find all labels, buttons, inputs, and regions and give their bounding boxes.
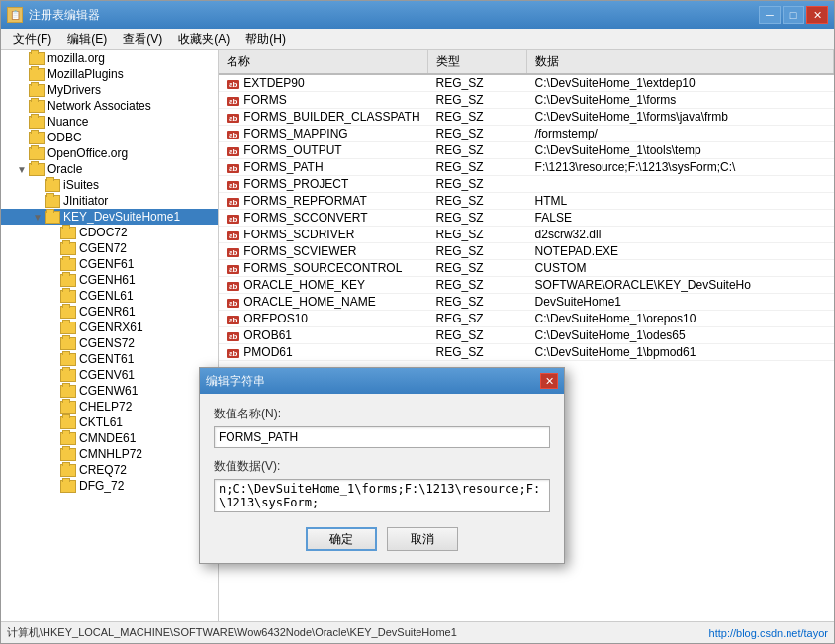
table-row[interactable]: abPMOD61 REG_SZ C:\DevSuiteHome_1\bpmod6… xyxy=(219,344,834,361)
cell-type: REG_SZ xyxy=(428,109,527,126)
content-area: mozilla.org MozillaPlugins MyDrivers Net… xyxy=(1,50,834,621)
tree-item[interactable]: CGEN72 xyxy=(1,240,218,256)
status-path: 计算机\HKEY_LOCAL_MACHINE\SOFTWARE\Wow6432N… xyxy=(7,625,457,640)
folder-icon xyxy=(29,116,45,129)
table-row[interactable]: abFORMS_REPFORMAT REG_SZ HTML xyxy=(219,193,834,210)
field-data-input[interactable]: n;C:\DevSuiteHome_1\forms;F:\1213\resour… xyxy=(214,479,550,512)
tree-item[interactable]: Nuance xyxy=(1,114,218,130)
tree-item[interactable]: OpenOffice.org xyxy=(1,145,218,161)
tree-item[interactable]: CGENF61 xyxy=(1,256,218,272)
tree-item[interactable]: ODBC xyxy=(1,130,218,145)
tree-item[interactable]: MyDrivers xyxy=(1,82,218,98)
cell-data: F:\1213\resource;F:\1213\sysForm;C:\ xyxy=(527,159,834,176)
ab-icon: ab xyxy=(227,265,239,274)
table-row[interactable]: abFORMS_SCCONVERT REG_SZ FALSE xyxy=(219,210,834,227)
cell-type: REG_SZ xyxy=(428,227,527,243)
cell-type: REG_SZ xyxy=(428,260,527,277)
tree-item[interactable]: CDOC72 xyxy=(1,225,218,240)
tree-item[interactable]: CREQ72 xyxy=(1,462,218,478)
dialog-title-bar: 编辑字符串 ✕ xyxy=(200,368,564,394)
table-row[interactable]: abORACLE_HOME_NAME REG_SZ DevSuiteHome1 xyxy=(219,294,834,311)
cell-type: REG_SZ xyxy=(428,344,527,361)
tree-item[interactable]: CGENH61 xyxy=(1,272,218,288)
tree-item[interactable]: MozillaPlugins xyxy=(1,66,218,82)
edit-string-dialog[interactable]: 编辑字符串 ✕ 数值名称(N): 数值数据(V): n;C:\DevSuiteH… xyxy=(199,367,565,564)
tree-item[interactable]: ▼KEY_DevSuiteHome1 xyxy=(1,209,218,225)
collapse-icon[interactable]: ▼ xyxy=(33,212,45,223)
tree-item[interactable]: CGENT61 xyxy=(1,351,218,367)
tree-item[interactable]: CGENRX61 xyxy=(1,320,218,335)
table-row[interactable]: abFORMS_MAPPING REG_SZ /formstemp/ xyxy=(219,126,834,142)
cancel-button[interactable]: 取消 xyxy=(387,527,458,551)
tree-item[interactable]: JInitiator xyxy=(1,193,218,209)
tree-item-label: Nuance xyxy=(47,115,88,129)
cell-data: FALSE xyxy=(527,210,834,227)
tree-item[interactable]: CGENL61 xyxy=(1,288,218,304)
cell-type: REG_SZ xyxy=(428,243,527,260)
tree-item[interactable]: Network Associates xyxy=(1,98,218,114)
table-row[interactable]: abFORMS_OUTPUT REG_SZ C:\DevSuiteHome_1\… xyxy=(219,142,834,159)
col-data-header[interactable]: 数据 xyxy=(527,50,834,74)
tree-item-label: OpenOffice.org xyxy=(47,146,128,160)
menu-help[interactable]: 帮助(H) xyxy=(237,29,294,49)
tree-item[interactable]: ▼Oracle xyxy=(1,161,218,177)
tree-item[interactable]: CGENS72 xyxy=(1,335,218,351)
registry-tree[interactable]: mozilla.org MozillaPlugins MyDrivers Net… xyxy=(1,50,219,621)
ok-button[interactable]: 确定 xyxy=(306,527,377,551)
maximize-button[interactable]: □ xyxy=(783,6,804,24)
tree-item[interactable]: CMNDE61 xyxy=(1,430,218,446)
folder-icon xyxy=(29,52,45,65)
table-row[interactable]: abFORMS_PROJECT REG_SZ xyxy=(219,176,834,193)
tree-item-label: iSuites xyxy=(63,178,99,192)
table-row[interactable]: abOREPOS10 REG_SZ C:\DevSuiteHome_1\orep… xyxy=(219,311,834,327)
menu-file[interactable]: 文件(F) xyxy=(5,29,59,49)
cell-type: REG_SZ xyxy=(428,210,527,227)
dialog-close-button[interactable]: ✕ xyxy=(540,373,558,389)
cell-data: DevSuiteHome1 xyxy=(527,294,834,311)
cell-name: abFORMS_PATH xyxy=(219,159,428,176)
menu-view[interactable]: 查看(V) xyxy=(115,29,170,49)
tree-item[interactable]: DFG_72 xyxy=(1,478,218,494)
cell-type: REG_SZ xyxy=(428,126,527,142)
folder-icon xyxy=(60,369,76,382)
status-url: http://blog.csdn.net/tayor xyxy=(709,627,828,639)
table-row[interactable]: abOROB61 REG_SZ C:\DevSuiteHome_1\odes65 xyxy=(219,327,834,344)
table-row[interactable]: abORACLE_HOME_KEY REG_SZ SOFTWARE\ORACLE… xyxy=(219,277,834,294)
ab-icon: ab xyxy=(227,332,239,341)
tree-item[interactable]: CMNHLP72 xyxy=(1,446,218,462)
tree-item[interactable]: CGENV61 xyxy=(1,367,218,383)
cell-name: abFORMS_OUTPUT xyxy=(219,142,428,159)
close-button[interactable]: ✕ xyxy=(806,6,828,24)
tree-item[interactable]: CGENW61 xyxy=(1,383,218,399)
menu-edit[interactable]: 编辑(E) xyxy=(59,29,115,49)
table-row[interactable]: abFORMS_SCVIEWER REG_SZ NOTEPAD.EXE xyxy=(219,243,834,260)
dialog-buttons: 确定 取消 xyxy=(214,527,550,551)
collapse-icon[interactable]: ▼ xyxy=(17,164,29,175)
table-row[interactable]: abEXTDEP90 REG_SZ C:\DevSuiteHome_1\extd… xyxy=(219,74,834,92)
minimize-button[interactable]: ─ xyxy=(759,6,781,24)
tree-item[interactable]: CKTL61 xyxy=(1,414,218,430)
tree-item[interactable]: mozilla.org xyxy=(1,50,218,66)
table-row[interactable]: abFORMS REG_SZ C:\DevSuiteHome_1\forms xyxy=(219,92,834,109)
folder-icon xyxy=(60,274,76,287)
tree-item[interactable]: iSuites xyxy=(1,177,218,193)
field-name-input[interactable] xyxy=(214,426,550,448)
folder-icon xyxy=(60,416,76,429)
col-type-header[interactable]: 类型 xyxy=(428,50,527,74)
ab-icon: ab xyxy=(227,181,239,190)
table-row[interactable]: abFORMS_BUILDER_CLASSPATH REG_SZ C:\DevS… xyxy=(219,109,834,126)
field-data-label: 数值数据(V): xyxy=(214,458,550,475)
table-row[interactable]: abFORMS_SOURCECONTROL REG_SZ CUSTOM xyxy=(219,260,834,277)
menu-favorites[interactable]: 收藏夹(A) xyxy=(170,29,237,49)
table-row[interactable]: abFORMS_SCDRIVER REG_SZ d2scrw32.dll xyxy=(219,227,834,243)
cell-type: REG_SZ xyxy=(428,74,527,92)
tree-item[interactable]: CGENR61 xyxy=(1,304,218,320)
ab-icon: ab xyxy=(227,198,239,207)
tree-item-label: DFG_72 xyxy=(79,479,124,493)
cell-data: d2scrw32.dll xyxy=(527,227,834,243)
cell-data: C:\DevSuiteHome_1\orepos10 xyxy=(527,311,834,327)
table-row[interactable]: abFORMS_PATH REG_SZ F:\1213\resource;F:\… xyxy=(219,159,834,176)
tree-item[interactable]: CHELP72 xyxy=(1,399,218,414)
col-name-header[interactable]: 名称 xyxy=(219,50,428,74)
tree-item-label: CGENW61 xyxy=(79,384,138,398)
